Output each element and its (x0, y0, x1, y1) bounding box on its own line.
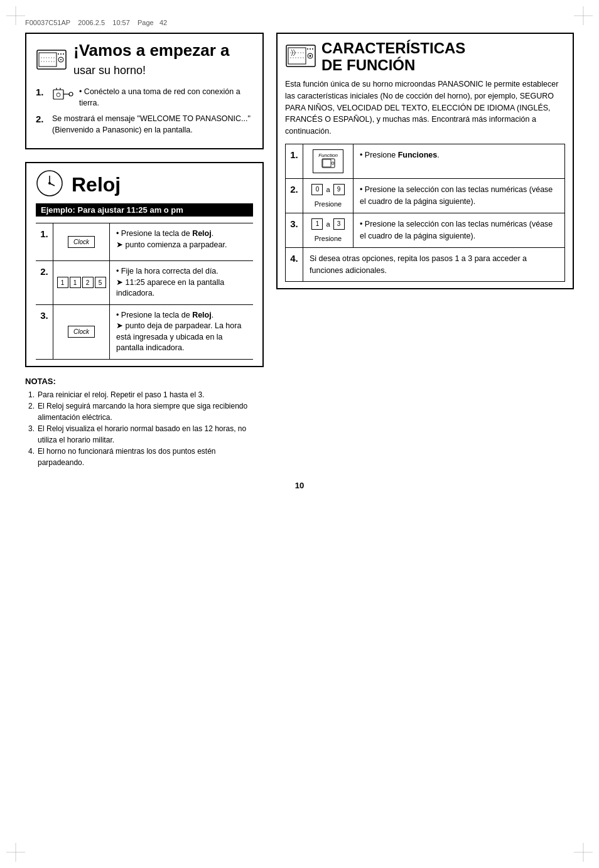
vamos-steps: 1. (36, 87, 253, 141)
step1-text: • Conéctelo a una toma de red con conexi… (79, 87, 253, 109)
caract-title-line1: CARACTERÍSTICAS (321, 40, 465, 56)
svg-point-33 (310, 55, 311, 57)
num-key-2: 1 (70, 277, 81, 288)
reloj-step1-text: • Presione la tecla de Reloj. ➤ punto co… (110, 223, 253, 260)
reloj-step3-text: • Presione la tecla de Reloj. ➤ punto de… (110, 305, 253, 359)
num-key-1: 1 (57, 277, 68, 288)
vamos-header: ¡Vamos a empezar a usar su horno! (36, 41, 253, 77)
reloj-step2-num: 2. (36, 261, 53, 304)
reloj-clock-icon (36, 169, 64, 200)
svg-rect-29 (288, 48, 306, 64)
caract-step1-num: 1. (286, 144, 303, 178)
meta-page-num: 42 (159, 19, 167, 26)
caract-step-4: 4. Si desea otras opciones, repita los p… (286, 248, 564, 282)
reloj-step-3: 3. Clock • Presione la tecla de Reloj. ➤… (36, 305, 253, 360)
vamos-title-line2: usar su horno! (73, 60, 230, 78)
page-container: F00037C51AP 2006.2.5 10:57 Page 42 (0, 0, 599, 868)
caract-step-2: 2. 0 a 9 Presione • Presione la selecció… (286, 179, 564, 213)
reloj-header: Reloj (36, 169, 253, 200)
microwave-icon (36, 44, 67, 75)
svg-point-14 (58, 53, 59, 55)
left-column: ¡Vamos a empezar a usar su horno! 1. (25, 33, 264, 468)
crosshair-tr (574, 6, 593, 25)
caract-title-line2: DE FUNCIÓN (321, 57, 465, 73)
notas-list: Para reiniciar el reloj. Repetir el paso… (25, 389, 264, 468)
svg-point-27 (48, 182, 51, 185)
meta-time: 10:57 (112, 19, 130, 26)
svg-point-34 (307, 48, 308, 50)
page-meta: F00037C51AP 2006.2.5 10:57 Page 42 (25, 19, 574, 26)
caract-key-3: 3 (333, 218, 345, 230)
clock-button-1[interactable]: Clock (68, 236, 95, 248)
page-number: 10 (25, 481, 574, 490)
step2-num: 2. (36, 114, 47, 124)
meta-code: F00037C51AP (25, 19, 70, 26)
caract-icon (285, 40, 316, 73)
vamos-box: ¡Vamos a empezar a usar su horno! 1. (25, 33, 264, 149)
caract-step2-text: • Presione la selección con las teclas n… (353, 179, 564, 213)
vamos-step-1: 1. (36, 87, 253, 109)
nota-1: Para reiniciar el reloj. Repetir el paso… (28, 389, 264, 400)
meta-date: 2006.2.5 (78, 19, 105, 26)
nota-2: El Reloj seguirá marcando la hora siempr… (28, 400, 264, 423)
svg-rect-9 (39, 53, 57, 67)
meta-page-label: Page (138, 19, 154, 26)
clock-button-2[interactable]: Clock (68, 326, 95, 338)
reloj-step3-num: 3. (36, 305, 53, 359)
vamos-title-line1: ¡Vamos a empezar a (73, 41, 230, 60)
caract-num-keys-3: 1 a 3 (311, 218, 344, 230)
notas-title: NOTAS: (25, 377, 264, 386)
svg-rect-38 (323, 159, 331, 167)
nota-4: El horno no funcionará mientras los dos … (28, 446, 264, 468)
caract-key-9: 9 (333, 184, 345, 195)
reloj-step-1: 1. Clock • Presione la tecla de Reloj. ➤… (36, 223, 253, 261)
svg-point-35 (310, 48, 311, 50)
svg-rect-37 (322, 159, 335, 168)
caract-steps: 1. Function (285, 144, 565, 282)
svg-point-16 (63, 53, 64, 55)
reloj-step1-num: 1. (36, 223, 53, 260)
crosshair-br (574, 843, 593, 862)
caract-step4-text: Si desea otras opciones, repita los paso… (303, 248, 564, 282)
svg-point-15 (60, 53, 62, 55)
caract-step1-text: • Presione Funciones. (353, 144, 564, 178)
caract-step4-num: 4. (286, 248, 303, 282)
vamos-title-block: ¡Vamos a empezar a usar su horno! (73, 41, 230, 77)
step2-text: Se mostrará el mensaje "WELCOME TO PANAS… (52, 114, 253, 136)
reloj-step3-icon: Clock (53, 305, 110, 359)
crosshair-tl (6, 6, 25, 25)
reloj-step2-text: • Fije la hora correcta del día. ➤ 11:25… (110, 261, 253, 304)
reloj-step-2: 2. 1 1 2 5 • Fije la hora correcta del d (36, 261, 253, 305)
caract-title: CARACTERÍSTICAS DE FUNCIÓN (321, 40, 465, 73)
two-column-layout: ¡Vamos a empezar a usar su horno! 1. (25, 33, 574, 468)
caract-step-1: 1. Function (286, 144, 564, 179)
caract-step2-icon: 0 a 9 Presione (303, 179, 353, 213)
right-column: CARACTERÍSTICAS DE FUNCIÓN Esta función … (276, 33, 574, 468)
num-key-3: 2 (82, 277, 94, 288)
vamos-step-2: 2. Se mostrará el mensaje "WELCOME TO PA… (36, 114, 253, 136)
num-keys-row: 1 1 2 5 (57, 277, 106, 288)
caract-step-3: 3. 1 a 3 Presione • Presione la selecció… (286, 213, 564, 248)
caract-step3-text: • Presione la selección con las teclas n… (353, 213, 564, 247)
nota-3: El Reloj visualiza el horario normal bas… (28, 423, 264, 446)
reloj-title: Reloj (72, 173, 121, 196)
svg-rect-17 (53, 90, 63, 99)
caract-step3-num: 3. (286, 213, 303, 247)
caract-key-1: 1 (311, 218, 323, 230)
plug-icon (52, 87, 74, 104)
caract-key-0: 0 (311, 184, 323, 195)
function-button[interactable]: Function (313, 149, 343, 173)
caract-presione-3: Presione (315, 235, 342, 242)
reloj-box: Reloj Ejemplo: Para ajustar 11:25 am o p… (25, 162, 264, 367)
caract-description: Esta función única de su horno microonda… (285, 78, 565, 137)
caract-step3-icon: 1 a 3 Presione (303, 213, 353, 247)
num-key-4: 5 (95, 277, 106, 288)
caract-header: CARACTERÍSTICAS DE FUNCIÓN (285, 40, 565, 73)
step1-num: 1. (36, 87, 47, 97)
reloj-steps: 1. Clock • Presione la tecla de Reloj. ➤… (36, 223, 253, 360)
reloj-step1-icon: Clock (53, 223, 110, 260)
caract-presione-2: Presione (315, 200, 342, 208)
svg-point-39 (332, 162, 334, 164)
crosshair-bl (6, 843, 25, 862)
caract-step1-icon: Function (303, 144, 353, 178)
